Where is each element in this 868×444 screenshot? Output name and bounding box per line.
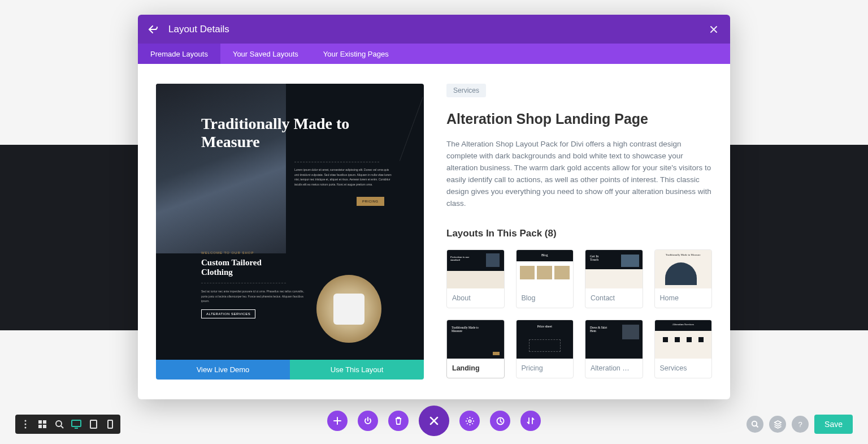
svg-rect-9 [90, 420, 97, 428]
pack-label: Contact [585, 288, 643, 308]
pack-card-pricing[interactable]: Pricing [516, 320, 574, 378]
pack-thumbnail [517, 250, 574, 288]
pack-card-home[interactable]: Home [654, 249, 713, 308]
pack-label: Alteration … [585, 359, 643, 378]
svg-point-2 [25, 427, 27, 429]
builder-bar-left [15, 415, 120, 434]
modal-body: Traditionally Made to Measure Lorem ipsu… [138, 64, 730, 399]
builder-bar-center [327, 406, 541, 436]
svg-point-11 [468, 420, 471, 422]
modal-title: Layout Details [168, 24, 697, 35]
layout-preview: Traditionally Made to Measure Lorem ipsu… [156, 84, 424, 360]
svg-rect-4 [43, 420, 46, 424]
preview-column: Traditionally Made to Measure Lorem ipsu… [156, 84, 424, 380]
pack-card-landing[interactable]: Landing [446, 320, 505, 378]
builder-bar-right: ? Save [747, 415, 853, 434]
tab-saved-layouts[interactable]: Your Saved Layouts [220, 44, 311, 64]
svg-point-1 [25, 424, 27, 425]
pack-card-contact[interactable]: Contact [585, 249, 643, 308]
tab-existing-pages[interactable]: Your Existing Pages [311, 44, 401, 64]
preview-hero-image [156, 84, 286, 253]
preview-lorem: Lorem ipsum dolor sit amet, consectetur … [294, 167, 393, 187]
svg-point-7 [56, 421, 62, 426]
plus-icon[interactable] [327, 411, 348, 431]
menu-icon[interactable] [18, 416, 33, 432]
button-label: Use This Layout [331, 365, 384, 374]
tab-premade-layouts[interactable]: Premade Layouts [138, 44, 220, 64]
pack-card-services[interactable]: Services [654, 320, 713, 378]
pack-thumbnail [517, 320, 574, 359]
layout-details-modal: Layout Details Premade Layouts Your Save… [138, 15, 730, 399]
builder-bar: ? Save [0, 410, 868, 444]
preview-welcome-label: WELCOME TO OUR SHOP [201, 251, 309, 255]
pack-grid: AboutBlogContactHomeLandingPricingAltera… [446, 249, 712, 378]
svg-rect-3 [38, 420, 42, 424]
sort-icon[interactable] [520, 411, 541, 431]
search-icon[interactable] [747, 416, 763, 433]
modal-tabs: Premade Layouts Your Saved Layouts Your … [138, 44, 730, 64]
layout-title: Alteration Shop Landing Page [446, 111, 712, 127]
layers-icon[interactable] [769, 416, 786, 433]
preview-outline-button: ALTERATION SERVICES [201, 309, 255, 318]
pack-thumbnail [655, 320, 712, 359]
gear-icon[interactable] [459, 411, 480, 431]
svg-rect-8 [72, 420, 81, 426]
pack-thumbnail [447, 320, 504, 359]
pack-label: About [447, 288, 504, 308]
phone-icon[interactable] [102, 416, 118, 432]
preview-machine-image [316, 275, 381, 343]
pack-thumbnail [447, 250, 504, 288]
grid-icon[interactable] [34, 416, 50, 432]
tab-label: Your Saved Layouts [233, 50, 298, 58]
button-label: View Live Demo [197, 365, 250, 374]
preview-section-2: WELCOME TO OUR SHOP Custom Tailored Clot… [201, 251, 309, 318]
close-icon[interactable] [708, 23, 720, 36]
layout-description: The Alteration Shop Layout Pack for Divi… [446, 139, 712, 210]
pack-label: Services [655, 359, 712, 378]
svg-rect-6 [43, 425, 46, 428]
trash-icon[interactable] [388, 411, 409, 431]
tablet-icon[interactable] [85, 416, 101, 432]
save-button[interactable]: Save [814, 415, 853, 434]
preview-divider [294, 162, 379, 162]
svg-point-0 [25, 420, 27, 422]
pack-card-blog[interactable]: Blog [516, 249, 574, 308]
power-icon[interactable] [358, 411, 378, 431]
modal-header: Layout Details [138, 15, 730, 44]
pack-card-alteration-[interactable]: Alteration … [585, 320, 643, 378]
close-main-icon[interactable] [419, 406, 449, 436]
pack-card-about[interactable]: About [446, 249, 505, 308]
use-this-layout-button[interactable]: Use This Layout [290, 360, 424, 380]
zoom-icon[interactable] [51, 416, 67, 432]
back-icon[interactable] [148, 25, 158, 33]
preview-lorem-2: Sed ac tortor nec ante imperdiet posuere… [201, 289, 309, 304]
help-icon[interactable]: ? [792, 416, 809, 433]
pack-label: Landing [447, 359, 504, 378]
preview-divider-2 [201, 283, 286, 283]
preview-actions: View Live Demo Use This Layout [156, 360, 424, 380]
preview-cta: PRICING [357, 197, 384, 206]
pack-thumbnail [585, 250, 643, 288]
details-column: Services Alteration Shop Landing Page Th… [446, 84, 712, 380]
preview-section2-title: Custom Tailored Clothing [201, 258, 286, 277]
tab-label: Premade Layouts [150, 50, 208, 58]
preview-hero: Traditionally Made to Measure [201, 115, 396, 151]
pack-label: Blog [517, 288, 574, 308]
tab-label: Your Existing Pages [323, 50, 389, 58]
pack-thumbnail [585, 320, 643, 359]
pack-label: Home [655, 288, 712, 308]
desktop-icon[interactable] [68, 416, 84, 432]
pack-heading: Layouts In This Pack (8) [446, 228, 712, 239]
history-icon[interactable] [490, 411, 510, 431]
svg-rect-5 [38, 425, 42, 428]
svg-point-13 [752, 421, 757, 426]
button-label: Save [824, 420, 843, 429]
svg-rect-10 [108, 420, 112, 428]
preview-hero-title: Traditionally Made to Measure [201, 115, 359, 151]
category-tag[interactable]: Services [446, 84, 486, 97]
pack-thumbnail [655, 250, 712, 288]
view-live-demo-button[interactable]: View Live Demo [156, 360, 290, 380]
pack-label: Pricing [517, 359, 574, 378]
